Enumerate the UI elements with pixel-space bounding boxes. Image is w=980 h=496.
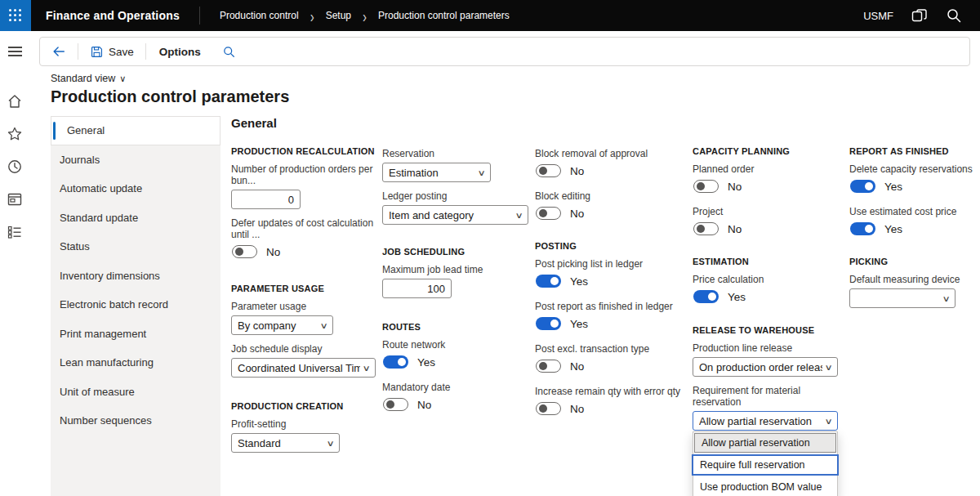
waffle-icon [9, 9, 22, 22]
group-release-to-warehouse: RELEASE TO WAREHOUSE [693, 325, 843, 335]
post-excl-transaction-toggle[interactable] [536, 360, 561, 373]
route-network-toggle[interactable] [383, 355, 408, 369]
production-line-release-select[interactable]: On production order release∨ [693, 357, 838, 377]
toggle-state: No [266, 246, 280, 258]
tab-electronic-batch-record[interactable]: Electronic batch record [51, 290, 220, 319]
option-require-full-reservation[interactable]: Require full reservation [692, 454, 839, 476]
field-label: Reservation [382, 148, 528, 159]
modules-list-icon[interactable] [7, 224, 23, 240]
group-posting: POSTING [535, 241, 686, 251]
chevron-down-icon: ∨ [942, 294, 950, 303]
parameter-usage-select[interactable]: By company∨ [231, 315, 333, 335]
back-button[interactable] [40, 44, 78, 59]
field-label: Use estimated cost price [849, 206, 973, 217]
toggle-state: No [417, 399, 431, 411]
view-selector[interactable]: Standard view ∨ [51, 73, 126, 84]
toggle-state: No [570, 360, 584, 373]
field-label: Price calculation [693, 274, 843, 285]
increase-remain-qty-toggle[interactable] [536, 402, 561, 415]
tab-lean-manufacturing[interactable]: Lean manufacturing [51, 348, 220, 378]
num-production-orders-input[interactable]: 0 [231, 190, 301, 209]
options-menu-button[interactable]: Options [146, 46, 214, 58]
field-label: Defer updates of cost calculation until … [231, 217, 376, 240]
block-editing-toggle[interactable] [536, 207, 561, 220]
tab-status[interactable]: Status [51, 232, 220, 261]
group-estimation: ESTIMATION [693, 257, 843, 266]
toggle-state: Yes [570, 318, 588, 330]
tab-print-management[interactable]: Print management [51, 319, 220, 349]
delete-capacity-reservations-toggle[interactable] [850, 180, 875, 193]
tab-inventory-dimensions[interactable]: Inventory dimensions [51, 261, 220, 291]
form-search-icon[interactable] [214, 45, 244, 59]
requirement-material-reservation-combobox[interactable]: Allow partial reservation ∨ [693, 411, 838, 431]
tab-number-sequences[interactable]: Number sequences [51, 406, 220, 436]
breadcrumb-production-control-parameters[interactable]: Production control parameters [378, 10, 510, 21]
field-label: Post report as finished in ledger [535, 301, 686, 312]
group-production-recalculation: PRODUCTION RECALCULATION [231, 146, 376, 156]
field-label: Production line release [693, 342, 843, 354]
planned-order-toggle[interactable] [693, 180, 719, 193]
legal-entity-icon[interactable] [911, 7, 928, 24]
use-estimated-cost-price-toggle[interactable] [850, 222, 875, 235]
defer-updates-toggle[interactable] [232, 245, 257, 258]
field-label: Job schedule display [231, 343, 376, 355]
hamburger-menu-icon[interactable] [8, 44, 22, 59]
breadcrumb-setup[interactable]: Setup [326, 10, 351, 21]
chevron-down-icon: ∨ [824, 417, 832, 426]
toggle-state: No [728, 181, 742, 193]
chevron-down-icon: ∨ [319, 321, 327, 330]
field-label: Parameter usage [231, 301, 376, 312]
block-removal-toggle[interactable] [536, 164, 561, 177]
price-calculation-toggle[interactable] [693, 290, 719, 303]
max-job-lead-time-input[interactable]: 100 [382, 279, 452, 298]
reservation-select[interactable]: Estimation∨ [382, 163, 491, 182]
ledger-posting-select[interactable]: Item and category∨ [382, 205, 528, 225]
home-icon[interactable] [7, 93, 23, 109]
field-label: Mandatory date [382, 382, 528, 393]
option-allow-partial-reservation[interactable]: Allow partial reservation [694, 433, 836, 453]
chevron-down-icon: ∨ [824, 363, 832, 372]
tab-automatic-update[interactable]: Automatic update [51, 174, 220, 203]
page-title: Production control parameters [51, 87, 289, 106]
app-title[interactable]: Finance and Operations [31, 9, 199, 22]
view-selector-label: Standard view [51, 73, 115, 84]
command-bar: Save Options [39, 37, 970, 66]
toggle-state: Yes [417, 356, 435, 369]
field-label: Planned order [693, 163, 843, 175]
toggle-state: Yes [884, 223, 902, 235]
field-label: Ledger posting [382, 190, 528, 202]
post-report-as-finished-toggle[interactable] [536, 317, 561, 330]
field-label: Block removal of approval [535, 148, 686, 159]
group-capacity-planning: CAPACITY PLANNING [693, 146, 843, 156]
save-button[interactable]: Save [78, 45, 145, 59]
chevron-right-icon: › [363, 6, 367, 25]
favorites-star-icon[interactable] [7, 126, 23, 142]
job-schedule-display-select[interactable]: Coordinated Universal Time (...∨ [231, 358, 376, 378]
tab-journals[interactable]: Journals [51, 145, 220, 175]
tab-standard-update[interactable]: Standard update [51, 203, 220, 233]
chevron-down-icon: ∨ [477, 168, 485, 177]
field-label: Increase remain qty with error qty [535, 386, 686, 397]
profit-setting-select[interactable]: Standard∨ [231, 433, 340, 453]
nav-rail [0, 31, 29, 496]
recent-clock-icon[interactable] [7, 159, 23, 175]
group-production-creation: PRODUCTION CREATION [231, 401, 376, 411]
field-label: Post excl. transaction type [535, 343, 686, 355]
top-app-bar: Finance and Operations Production contro… [0, 0, 980, 31]
company-selector[interactable]: USMF [863, 10, 893, 22]
group-picking: PICKING [849, 257, 973, 266]
search-icon[interactable] [946, 7, 962, 24]
app-launcher-button[interactable] [0, 0, 31, 31]
field-label: Route network [382, 339, 528, 351]
mandatory-date-toggle[interactable] [383, 398, 408, 411]
chevron-down-icon: ∨ [514, 211, 523, 220]
tab-unit-of-measure[interactable]: Unit of measure [51, 378, 220, 407]
default-dashboard-icon[interactable] [7, 191, 23, 208]
breadcrumb-production-control[interactable]: Production control [220, 10, 299, 21]
post-picking-list-toggle[interactable] [536, 275, 561, 288]
project-toggle[interactable] [693, 222, 719, 235]
default-measuring-device-select[interactable]: ∨ [849, 288, 956, 308]
tab-general[interactable]: General [51, 116, 220, 145]
option-use-production-bom-value[interactable]: Use production BOM value [693, 477, 837, 496]
field-label: Requirement for material reservation [693, 385, 843, 408]
